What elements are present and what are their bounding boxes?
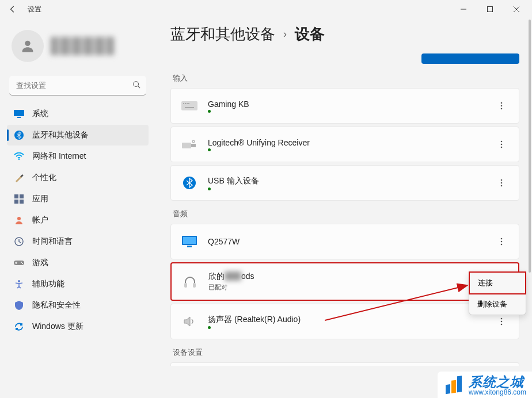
profile-section[interactable] [5,25,151,74]
watermark-logo-icon [442,374,465,397]
nav-personalization[interactable]: 个性化 [7,167,149,188]
nav-label: 应用 [32,194,48,204]
more-button[interactable] [493,136,510,152]
svg-rect-22 [181,101,197,110]
search-input[interactable] [9,76,146,95]
device-card[interactable]: Logitech® Unifying Receiver [170,127,519,162]
svg-point-20 [22,263,23,264]
bluetooth-icon [14,130,24,140]
scrollbar[interactable] [529,20,531,388]
svg-point-40 [501,185,503,187]
nav-privacy[interactable]: 隐私和安全性 [7,295,149,316]
svg-point-39 [501,182,503,184]
menu-remove-device[interactable]: 删除设备 [469,294,526,315]
nav-bluetooth[interactable]: 蓝牙和其他设备 [7,125,149,146]
minimize-button[interactable] [450,0,477,18]
device-card[interactable]: Gaming KB [170,88,519,124]
nav-label: 网络和 Internet [32,151,86,162]
nav-accounts[interactable]: 帐户 [7,210,149,231]
svg-rect-27 [185,107,194,108]
svg-point-54 [501,324,503,326]
svg-point-35 [501,144,503,146]
nav-apps[interactable]: 应用 [7,189,149,209]
device-status [208,148,310,151]
svg-rect-12 [14,194,18,198]
nav-label: Windows 更新 [32,322,83,332]
device-card-highlighted[interactable]: 欣的Airpods 已配对 [170,262,519,301]
svg-rect-13 [20,194,24,198]
svg-point-45 [501,241,503,243]
status-dot-icon [208,187,211,190]
nav-windows-update[interactable]: Windows 更新 [7,316,149,337]
svg-point-34 [501,141,503,143]
nav-system[interactable]: 系统 [7,104,149,124]
content-area: 蓝牙和其他设备 › 设备 输入 Gaming KB Logitech® Unif… [155,18,532,398]
svg-point-5 [134,82,139,87]
section-title-input: 输入 [173,73,517,83]
nav-label: 隐私和安全性 [32,300,81,311]
context-menu: 连接 删除设备 [469,271,526,315]
add-device-button-partial[interactable] [421,53,519,64]
keyboard-icon [180,98,199,114]
gamepad-icon [14,258,24,268]
nav-label: 系统 [32,109,48,119]
svg-point-38 [501,179,503,181]
section-title-device-settings: 设备设置 [173,347,517,358]
nav-label: 时间和语言 [32,236,73,247]
headphones-icon [181,274,199,290]
svg-rect-57 [446,384,450,394]
device-card[interactable]: 扬声器 (Realtek(R) Audio) [170,304,519,339]
maximize-button[interactable] [477,0,503,18]
more-button[interactable] [493,175,510,191]
svg-point-52 [501,318,503,320]
device-name: 欣的Airpods [208,271,254,282]
watermark: 系统之城 www.xitong86.com [438,372,532,398]
device-name: 扬声器 (Realtek(R) Audio) [208,315,301,325]
svg-rect-15 [20,200,24,204]
speaker-icon [180,313,199,330]
back-button[interactable] [7,3,18,15]
breadcrumb-parent[interactable]: 蓝牙和其他设备 [170,24,275,44]
svg-rect-25 [187,103,188,104]
update-icon [14,322,24,332]
svg-point-30 [501,108,503,110]
device-card[interactable]: Q2577W [170,224,519,259]
wifi-icon [14,151,24,162]
chevron-right-icon: › [283,28,287,40]
svg-rect-48 [193,283,196,288]
monitor-icon [180,234,199,250]
svg-point-21 [18,280,20,282]
svg-point-29 [501,105,503,107]
apps-icon [14,194,24,204]
menu-connect[interactable]: 连接 [469,271,526,294]
nav-gaming[interactable]: 游戏 [7,252,149,273]
more-button[interactable] [493,98,510,114]
device-card[interactable]: USB 输入设备 [170,165,519,201]
brush-icon [14,173,24,183]
nav-time-language[interactable]: 时间和语言 [7,231,149,252]
status-dot-icon [208,326,211,329]
device-name: Q2577W [208,237,240,246]
person-icon [14,215,24,225]
close-button[interactable] [503,0,530,18]
search-icon [132,81,140,91]
more-button[interactable] [493,234,510,250]
profile-name-redacted [51,37,114,55]
svg-rect-32 [191,144,196,147]
svg-rect-26 [188,103,189,104]
window-title: 设置 [28,5,41,14]
receiver-icon [180,136,199,152]
svg-point-36 [501,147,503,148]
svg-rect-31 [182,143,191,148]
monitor-icon [14,109,24,119]
device-status: 已配对 [208,283,254,292]
svg-rect-23 [183,103,184,104]
watermark-url: www.xitong86.com [469,389,526,396]
more-button[interactable] [493,313,510,330]
device-status [208,110,249,113]
nav-network[interactable]: 网络和 Internet [7,146,149,167]
search-box [9,76,146,95]
svg-line-6 [138,86,140,89]
nav-accessibility[interactable]: 辅助功能 [7,274,149,294]
device-name: Logitech® Unifying Receiver [208,138,310,147]
